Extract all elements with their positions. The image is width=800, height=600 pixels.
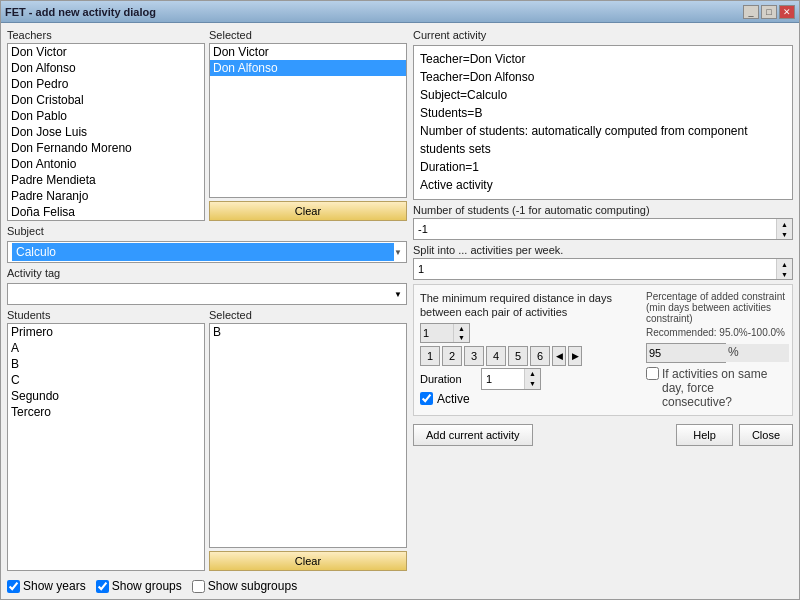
show-groups-checkbox-item[interactable]: Show groups <box>96 579 182 593</box>
split-spin[interactable]: ▲ ▼ <box>413 258 793 280</box>
force-consecutive-checkbox[interactable] <box>646 367 659 380</box>
split-spin-buttons: ▲ ▼ <box>776 259 792 279</box>
show-years-checkbox-item[interactable]: Show years <box>7 579 86 593</box>
day-2-button[interactable]: 2 <box>442 346 462 366</box>
teacher-list-item[interactable]: Don Cristobal <box>8 92 204 108</box>
selected-teacher-item[interactable]: Don Victor <box>210 44 406 60</box>
student-list-item[interactable]: Primero <box>8 324 204 340</box>
selected-student-item[interactable]: B <box>210 324 406 340</box>
active-row: Active <box>420 392 640 406</box>
selected-students-label: Selected <box>209 309 407 321</box>
num-students-input[interactable] <box>414 219 776 239</box>
subject-combo[interactable]: Calculo ▼ <box>7 241 407 263</box>
split-input[interactable] <box>414 259 776 279</box>
student-list-item[interactable]: Segundo <box>8 388 204 404</box>
show-subgroups-checkbox[interactable] <box>192 580 205 593</box>
student-list-item[interactable]: C <box>8 372 204 388</box>
min-distance-left: The minimum required distance in days be… <box>420 291 640 409</box>
minimize-button[interactable]: _ <box>743 5 759 19</box>
add-activity-button[interactable]: Add current activity <box>413 424 533 446</box>
duration-active-section: The minimum required distance in days be… <box>413 284 793 416</box>
student-list-item[interactable]: B <box>8 356 204 372</box>
show-subgroups-checkbox-item[interactable]: Show subgroups <box>192 579 297 593</box>
teacher-list-item[interactable]: Don Pedro <box>8 76 204 92</box>
days-next-button[interactable]: ▶ <box>568 346 582 366</box>
current-activity-line: Number of students: automatically comput… <box>420 122 786 158</box>
min-distance-row: The minimum required distance in days be… <box>420 291 786 409</box>
num-students-down-button[interactable]: ▼ <box>776 229 792 239</box>
teacher-list-item[interactable]: Doña Felisa <box>8 204 204 220</box>
clear-teachers-button[interactable]: Clear <box>209 201 407 221</box>
maximize-button[interactable]: □ <box>761 5 777 19</box>
subject-label: Subject <box>7 225 407 237</box>
duration-down-button[interactable]: ▼ <box>524 379 540 389</box>
close-window-button[interactable]: ✕ <box>779 5 795 19</box>
split-down-button[interactable]: ▼ <box>776 269 792 279</box>
subject-section: Subject Calculo ▼ <box>7 225 407 263</box>
teacher-list-item[interactable]: Padre Mendieta <box>8 172 204 188</box>
main-content: Teachers Don VictorDon AlfonsoDon PedroD… <box>1 23 799 599</box>
selected-teachers-label: Selected <box>209 29 407 41</box>
selected-teacher-item[interactable]: Don Alfonso <box>210 60 406 76</box>
min-dist-spin-buttons: ▲ ▼ <box>453 324 469 342</box>
bottom-checkboxes: Show years Show groups Show subgroups <box>7 575 407 593</box>
show-years-label: Show years <box>23 579 86 593</box>
bottom-buttons-row: Add current activity Help Close <box>413 424 793 446</box>
clear-students-button[interactable]: Clear <box>209 551 407 571</box>
num-students-up-button[interactable]: ▲ <box>776 219 792 229</box>
day-1-button[interactable]: 1 <box>420 346 440 366</box>
activity-tag-label: Activity tag <box>7 267 407 279</box>
current-activity-box: Teacher=Don VictorTeacher=Don AlfonsoSub… <box>413 45 793 200</box>
day-4-button[interactable]: 4 <box>486 346 506 366</box>
min-dist-down-button[interactable]: ▼ <box>453 333 469 342</box>
show-years-checkbox[interactable] <box>7 580 20 593</box>
students-column: Students PrimeroABCSegundoTercero <box>7 309 205 571</box>
selected-students-list[interactable]: B <box>209 323 407 548</box>
teachers-label: Teachers <box>7 29 205 41</box>
duration-label: Duration <box>420 373 475 385</box>
day-6-button[interactable]: 6 <box>530 346 550 366</box>
selected-teachers-list[interactable]: Don VictorDon Alfonso <box>209 43 407 198</box>
close-dialog-button[interactable]: Close <box>739 424 793 446</box>
teacher-list-item[interactable]: Don Jose Luis <box>8 124 204 140</box>
left-panel: Teachers Don VictorDon AlfonsoDon PedroD… <box>7 29 407 593</box>
duration-input[interactable] <box>482 369 524 389</box>
activity-tag-combo[interactable]: ▼ <box>7 283 407 305</box>
min-dist-input[interactable] <box>421 324 453 342</box>
subject-value: Calculo <box>12 243 394 261</box>
teachers-column: Teachers Don VictorDon AlfonsoDon PedroD… <box>7 29 205 221</box>
days-buttons: 123456◀▶ <box>420 346 640 366</box>
num-students-field: Number of students (-1 for automatic com… <box>413 204 793 240</box>
days-prev-button[interactable]: ◀ <box>552 346 566 366</box>
teacher-list-item[interactable]: Don Fernando Moreno <box>8 140 204 156</box>
min-dist-up-button[interactable]: ▲ <box>453 324 469 333</box>
percentage-spin[interactable] <box>646 343 726 363</box>
current-activity-line: Students=B <box>420 104 786 122</box>
student-list-item[interactable]: A <box>8 340 204 356</box>
day-5-button[interactable]: 5 <box>508 346 528 366</box>
active-checkbox[interactable] <box>420 392 433 405</box>
day-3-button[interactable]: 3 <box>464 346 484 366</box>
teacher-list-item[interactable]: Padre Naranjo <box>8 188 204 204</box>
right-panel: Current activity Teacher=Don VictorTeach… <box>413 29 793 593</box>
force-consecutive-row: If activities on same day, force consecu… <box>646 367 786 409</box>
help-button[interactable]: Help <box>676 424 733 446</box>
percentage-input[interactable] <box>647 344 789 362</box>
teacher-list-item[interactable]: Don Antonio <box>8 156 204 172</box>
duration-spin[interactable]: ▲ ▼ <box>481 368 541 390</box>
teachers-list[interactable]: Don VictorDon AlfonsoDon PedroDon Cristo… <box>7 43 205 221</box>
min-dist-spin[interactable]: ▲ ▼ <box>420 323 470 343</box>
split-up-button[interactable]: ▲ <box>776 259 792 269</box>
students-section: Students PrimeroABCSegundoTercero Select… <box>7 309 407 571</box>
student-list-item[interactable]: Tercero <box>8 404 204 420</box>
students-list[interactable]: PrimeroABCSegundoTercero <box>7 323 205 571</box>
teacher-list-item[interactable]: Don Victor <box>8 44 204 60</box>
teacher-list-item[interactable]: Don Alfonso <box>8 60 204 76</box>
teachers-section: Teachers Don VictorDon AlfonsoDon PedroD… <box>7 29 407 221</box>
duration-up-button[interactable]: ▲ <box>524 369 540 379</box>
show-groups-checkbox[interactable] <box>96 580 109 593</box>
num-students-spin[interactable]: ▲ ▼ <box>413 218 793 240</box>
current-activity-label: Current activity <box>413 29 793 41</box>
teacher-list-item[interactable]: Don Pablo <box>8 108 204 124</box>
current-activity-line: Teacher=Don Alfonso <box>420 68 786 86</box>
